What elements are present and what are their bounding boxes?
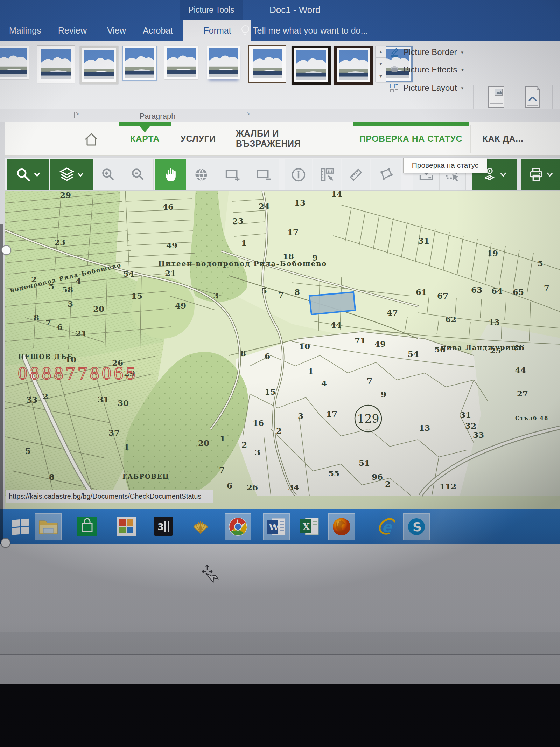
- parcel-number: 14: [331, 191, 342, 199]
- picture-resize-handle-left[interactable]: [1, 245, 11, 255]
- gallery-more-button[interactable]: ▼: [375, 70, 386, 82]
- svg-text:X: X: [303, 521, 310, 532]
- picture-style-thumbnail[interactable]: [122, 46, 157, 81]
- chrome-taskbar-icon[interactable]: [225, 513, 251, 540]
- gallery-down-button[interactable]: ▼: [375, 58, 386, 70]
- status-check-tooltip: Проверка на статус: [403, 158, 487, 173]
- search-button[interactable]: [7, 159, 49, 190]
- shell-taskbar-icon[interactable]: [188, 513, 214, 539]
- explorer-taskbar-icon[interactable]: [35, 513, 62, 540]
- excel-taskbar-icon[interactable]: X: [297, 513, 323, 539]
- polygon-button[interactable]: [371, 159, 401, 190]
- parcel-number: 1: [124, 442, 130, 452]
- measure-area-button[interactable]: [313, 159, 341, 190]
- parcel-number: 67: [437, 291, 448, 300]
- picture-style-thumbnail[interactable]: [80, 46, 118, 84]
- zoom-in-button[interactable]: [94, 159, 124, 190]
- picture-resize-handle-bottomleft[interactable]: [1, 538, 10, 548]
- picture-style-thumbnail[interactable]: [207, 46, 240, 79]
- picture-layout-button[interactable]: Picture Layout▾: [389, 81, 463, 95]
- picture-style-thumbnail[interactable]: [0, 46, 29, 79]
- paragraph-group-label: Paragraph: [105, 112, 210, 121]
- picture-effects-label: Picture Effects: [403, 65, 457, 75]
- firefox-taskbar-icon[interactable]: [328, 513, 355, 540]
- picture-layout-label: Picture Layout: [403, 83, 457, 93]
- picture-style-thumbnail[interactable]: [164, 46, 198, 79]
- store-taskbar-icon[interactable]: [74, 513, 100, 539]
- move-cursor-icon: [202, 565, 220, 586]
- parcel-number: 7: [544, 283, 550, 292]
- globe-button[interactable]: [186, 159, 217, 190]
- embedded-ribbon-fragment: Paragraph: [0, 109, 560, 122]
- document-title: Doc1 - Word: [270, 0, 320, 20]
- parcel-number: 1: [308, 366, 314, 376]
- parcel-number: 9: [381, 389, 386, 399]
- ruler-icon: [348, 167, 364, 182]
- gallery-scroll-buttons[interactable]: ▲ ▼ ▼: [375, 46, 386, 81]
- map-place-label: Стълб 48: [515, 415, 548, 421]
- print-button[interactable]: [522, 159, 560, 190]
- selected-parcel[interactable]: [309, 292, 355, 314]
- parcel-number: 33: [26, 395, 37, 404]
- site-tab-kak-da[interactable]: КАК ДА...: [477, 122, 529, 155]
- parcel-number: 2: [385, 479, 391, 489]
- zoom-in-icon: [101, 167, 116, 182]
- select-plus-button[interactable]: [217, 159, 248, 190]
- site-tab-proverka-status[interactable]: ПРОВЕРКА НА СТАТУС: [353, 122, 469, 155]
- picture-style-thumbnail[interactable]: [292, 46, 331, 85]
- parcel-number: 31: [418, 236, 429, 245]
- start-taskbar-icon[interactable]: [8, 513, 34, 539]
- parcel-number: 27: [517, 389, 528, 398]
- parcel-number: 65: [513, 287, 524, 297]
- ribbon-tab-mailings[interactable]: Mailings: [0, 20, 50, 41]
- parcel-number: 15: [265, 387, 276, 396]
- layers-button[interactable]: [50, 159, 93, 190]
- kais-site-navbar: КАРТАУСЛУГИЖАЛБИ И ВЪЗРАЖЕНИЯПРОВЕРКА НА…: [5, 122, 560, 156]
- layers-icon: [59, 167, 75, 182]
- parcel-number: 17: [326, 409, 337, 419]
- office-taskbar-icon[interactable]: [113, 513, 139, 539]
- tell-me-label: Tell me what you want to do...: [253, 26, 368, 36]
- photo-edge-shadow: [0, 224, 3, 544]
- parcel-number: 8: [294, 287, 300, 297]
- home-icon[interactable]: [84, 132, 99, 146]
- ribbon-tab-review[interactable]: Review: [49, 20, 96, 41]
- parcel-number: 16: [253, 418, 264, 428]
- parcel-number: 64: [491, 286, 503, 296]
- parcel-number: 30: [118, 398, 129, 408]
- archive-taskbar-icon[interactable]: 3: [150, 513, 176, 539]
- ie-taskbar-icon[interactable]: e: [374, 513, 400, 539]
- pan-hand-button[interactable]: [155, 159, 186, 190]
- parcel-number: 49: [166, 241, 177, 250]
- parcel-number: 24: [259, 201, 270, 211]
- picture-style-thumbnail[interactable]: [249, 46, 286, 82]
- lightbulb-icon: [241, 25, 248, 36]
- skype-taskbar-icon[interactable]: S: [403, 513, 430, 540]
- parcel-number: 7: [278, 290, 284, 299]
- parcel-number: 96: [372, 472, 383, 482]
- parcel-number: 33: [473, 430, 484, 440]
- site-tab-zhalbi[interactable]: ЖАЛБИ И ВЪЗРАЖЕНИЯ: [236, 122, 341, 155]
- zoom-out-button[interactable]: [123, 159, 154, 190]
- parcel-number: 8: [49, 472, 55, 482]
- ribbon-tab-acrobat[interactable]: Acrobat: [134, 20, 182, 41]
- tell-me-box[interactable]: Tell me what you want to do...: [241, 20, 368, 41]
- parcel-number: 44: [515, 365, 526, 375]
- parcel-number: 23: [232, 216, 244, 226]
- picture-style-thumbnail[interactable]: [334, 46, 373, 85]
- parcel-number: 15: [131, 291, 142, 300]
- select-minus-button[interactable]: [248, 159, 279, 190]
- wrap-text-icon: [523, 85, 542, 111]
- cadastre-map[interactable]: 129 294624131423172349118931195754216167…: [5, 191, 560, 510]
- picture-tools-contextual-tab[interactable]: Picture Tools: [180, 0, 243, 20]
- picture-style-thumbnail[interactable]: [37, 46, 75, 83]
- ruler-button[interactable]: [342, 159, 370, 190]
- word-taskbar-icon[interactable]: W: [263, 513, 290, 540]
- picture-border-button[interactable]: Picture Border▾: [389, 45, 463, 60]
- ribbon-tab-view[interactable]: View: [98, 20, 135, 41]
- picture-effects-button[interactable]: Picture Effects▾: [389, 62, 464, 77]
- word-title-bar: Picture Tools Doc1 - Word: [0, 0, 560, 20]
- info-button[interactable]: [285, 159, 312, 190]
- gallery-up-button[interactable]: ▲: [375, 46, 386, 58]
- site-tab-uslugi[interactable]: УСЛУГИ: [174, 122, 223, 155]
